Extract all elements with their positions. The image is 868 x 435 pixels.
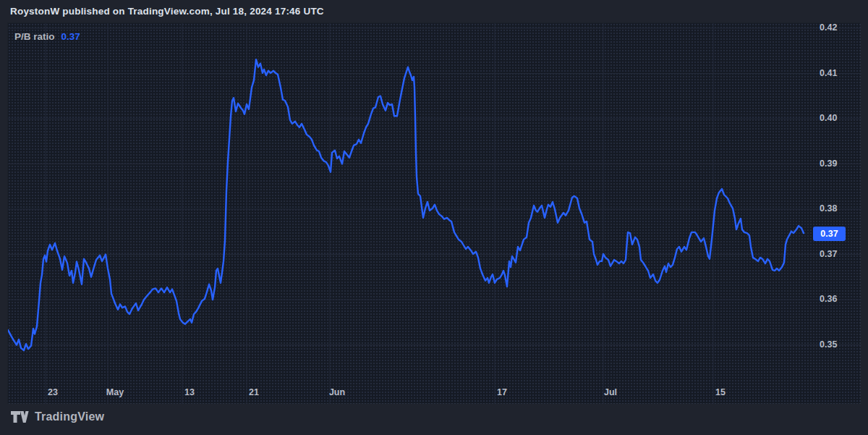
footer-bar: TradingView	[0, 404, 868, 435]
x-axis-tick: 21	[232, 387, 276, 397]
price-chart-canvas	[8, 23, 861, 405]
last-price-badge: 0.37	[813, 227, 846, 241]
x-axis-tick: Jul	[589, 387, 632, 397]
published-chart-page: RoystonW published on TradingView.com, J…	[0, 0, 868, 435]
chart-pane[interactable]: P/B ratio0.37 0.420.410.400.390.380.370.…	[7, 22, 861, 404]
x-axis-tick: 15	[699, 387, 742, 397]
y-axis-tick: 0.38	[820, 203, 848, 214]
x-axis-tick: May	[93, 387, 137, 397]
y-axis-tick: 0.40	[820, 113, 848, 123]
price-line-series	[8, 59, 804, 350]
tradingview-logo-text: TradingView	[35, 410, 104, 423]
y-axis-tick: 0.41	[820, 68, 848, 78]
tradingview-logo-icon	[10, 410, 29, 423]
y-axis-tick: 0.35	[820, 339, 848, 350]
y-axis-tick: 0.39	[820, 159, 848, 169]
publish-attribution: RoystonW published on TradingView.com, J…	[10, 0, 324, 22]
y-axis-tick: 0.42	[820, 22, 848, 33]
legend-series-name: P/B ratio	[14, 31, 55, 42]
legend-series-value: 0.37	[61, 31, 80, 42]
x-axis-tick: 17	[480, 387, 524, 397]
x-axis-tick: Jun	[315, 387, 359, 397]
y-axis-tick: 0.36	[820, 294, 848, 304]
tradingview-logo[interactable]: TradingView	[10, 410, 104, 423]
x-axis-tick: 23	[31, 387, 75, 397]
legend: P/B ratio0.37	[14, 31, 80, 42]
x-axis-tick: 13	[168, 387, 211, 397]
y-axis-tick: 0.37	[820, 249, 848, 259]
